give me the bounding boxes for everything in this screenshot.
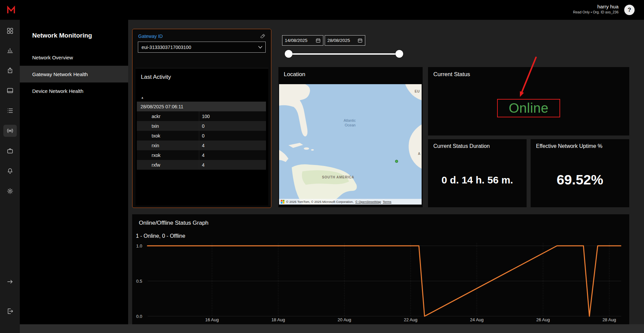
network-uptime-value: 69.52% [531,172,629,188]
openstreetmap-link[interactable]: © OpenStreetMap [355,200,381,204]
rail-collapse-button[interactable] [3,276,17,288]
location-title: Location [284,71,305,78]
terms-link[interactable]: Terms [383,200,391,204]
status-duration-card: Current Status Duration 0 d. 14 h. 56 m. [428,139,527,207]
sidebar: Network Monitoring Network Overview Gate… [20,20,128,324]
gear-icon [6,187,14,195]
svg-text:22 Aug: 22 Aug [404,317,418,322]
metric-name: ackr [137,114,199,119]
help-icon: ? [628,7,631,13]
status-graph-card: Online/Offline Status Graph 1 - Online, … [132,214,629,324]
briefcase-icon [6,147,14,155]
status-duration-title: Current Status Duration [433,143,490,149]
sidebar-title: Network Monitoring [32,32,92,39]
rail-logout-button[interactable] [3,305,17,317]
slider-handle-start[interactable] [285,50,292,58]
sidebar-item-gateway-network-health[interactable]: Gateway Network Health [20,66,128,82]
svg-text:1.0: 1.0 [136,243,142,248]
metric-value: 4 [199,150,266,160]
date-to-input[interactable]: 28/08/2025 [325,35,365,46]
current-status-card: Current Status Online [428,67,629,135]
rail-network-monitoring-button[interactable] [3,125,17,137]
sidebar-item-network-overview[interactable]: Network Overview [20,49,128,66]
svg-text:18 Aug: 18 Aug [271,317,285,322]
last-activity-table: 28/08/2025 07:06:11 ackr 100 txin 0 txok… [137,102,266,170]
metric-name: txin [137,123,199,129]
date-from-value: 14/08/2025 [285,38,308,43]
rail-workspace-button[interactable] [3,145,17,157]
user-info: harry hua Read Only • Org. ID axs_236 [573,3,619,14]
gateway-location-marker[interactable] [395,160,398,163]
map-attribution: © 2025 TomTom, © 2025 Microsoft Corporat… [279,199,422,205]
topbar: harry hua Read Only • Org. ID axs_236 ? [0,0,644,20]
calendar-icon [358,38,363,43]
gateway-id-dropdown[interactable]: eui-3133303717003100 [138,42,266,53]
rail-media-card-button[interactable] [3,85,17,97]
bell-icon [6,167,14,175]
svg-text:28 Aug: 28 Aug [602,317,616,322]
network-uptime-title: Effective Network Uptime % [536,143,602,149]
rail-settings-button[interactable] [3,185,17,197]
share-icon [6,67,14,74]
table-row: txok 0 [137,131,266,141]
table-header-row[interactable]: 28/08/2025 07:06:11 [137,102,266,111]
last-activity-title: Last Activity [141,74,171,80]
current-status-title: Current Status [433,71,470,78]
icon-rail [0,20,20,333]
microsoft-logo-icon [281,200,284,204]
rail-dashboard-button[interactable] [3,25,17,37]
network-uptime-card: Effective Network Uptime % 69.52% [531,139,629,207]
sidebar-item-device-network-health[interactable]: Device Network Health [20,82,128,99]
clear-filter-button[interactable] [259,33,266,40]
online-offline-line-chart: 1.00.50.016 Aug18 Aug20 Aug22 Aug24 Aug2… [132,232,629,324]
logout-icon [6,308,14,315]
rail-list-button[interactable] [3,105,17,117]
svg-text:20 Aug: 20 Aug [338,317,352,322]
svg-text:26 Aug: 26 Aug [536,317,550,322]
location-card: Location Atlanti [278,67,423,207]
bottom-strip [20,324,644,333]
map-label-africa: A [418,152,421,156]
dashboard-grid-icon [6,27,14,35]
collapse-arrow-icon [6,278,14,285]
last-activity-card: Last Activity ▲ 28/08/2025 07:06:11 ackr… [136,68,268,206]
location-map[interactable]: Atlantic Ocean SOUTH AMERICA EU A © 2025… [279,84,422,205]
table-row: rxok 4 [137,150,266,160]
logo-m-icon [7,6,15,14]
table-row: rxfw 4 [137,160,266,170]
eraser-icon [260,33,266,39]
rail-notifications-button[interactable] [3,165,17,177]
list-icon [6,107,14,114]
help-button[interactable]: ? [624,5,635,15]
user-meta: Read Only • Org. ID axs_236 [573,10,619,14]
brand-logo[interactable] [7,6,15,14]
metric-name: txok [137,133,199,138]
status-value: Online [509,101,549,115]
date-range-slider [282,49,407,59]
calendar-icon [316,38,321,43]
metric-name: rxin [137,143,199,148]
svg-text:0.0: 0.0 [136,314,142,319]
map-label-europe: EU [415,90,420,93]
slider-track [286,53,402,55]
sidebar-menu: Network Overview Gateway Network Health … [20,49,128,99]
gateway-filter-card: Gateway ID eui-3133303717003100 Last Act… [132,29,271,208]
bar-chart-icon [6,47,14,54]
media-card-icon [6,87,14,94]
map-label-south-america: SOUTH AMERICA [322,175,355,179]
rail-share-button[interactable] [3,64,17,76]
metric-value: 0 [199,131,266,141]
status-value-box: Online [428,99,629,117]
date-from-input[interactable]: 14/08/2025 [282,35,323,46]
sort-ascending-icon[interactable]: ▲ [141,96,144,99]
metric-name: rxfw [137,162,199,168]
rail-analytics-button[interactable] [3,44,17,56]
slider-handle-end[interactable] [395,50,403,58]
table-row: txin 0 [137,121,266,131]
chevron-down-icon [258,46,262,49]
metric-name: rxok [137,153,199,158]
svg-text:16 Aug: 16 Aug [205,317,219,322]
user-name: harry hua [573,3,619,10]
date-to-value: 28/08/2025 [327,38,350,43]
status-duration-value: 0 d. 14 h. 56 m. [428,174,527,186]
